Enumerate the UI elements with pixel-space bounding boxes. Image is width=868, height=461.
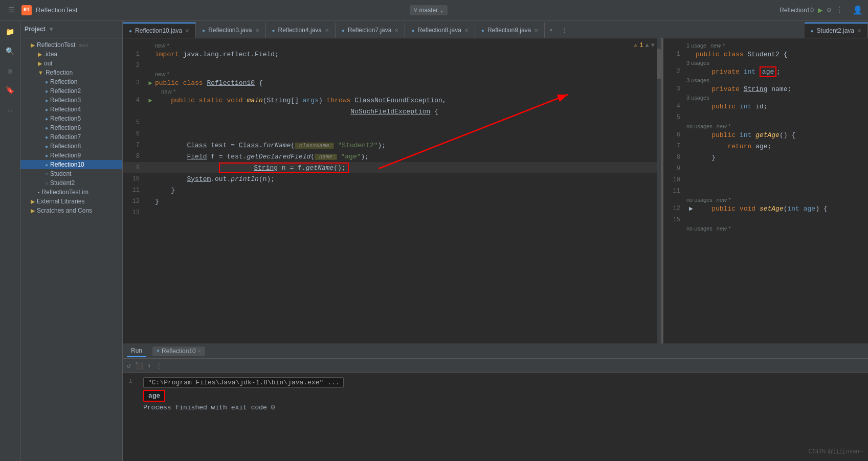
tree-reflectiontest-im[interactable]: ▪ ReflectionTest.im — [20, 188, 122, 197]
tab-student2[interactable]: ● Student2.java ✕ — [805, 22, 868, 38]
sidebar-search-icon[interactable]: 🔍 — [4, 45, 16, 57]
code-line-9: 9 String n = f.getName(); — [123, 162, 661, 173]
line-number: 6 — [123, 130, 146, 137]
run-tab[interactable]: Run — [127, 345, 146, 357]
tab-reflection9[interactable]: ● Reflection9.java ✕ — [475, 22, 545, 38]
tabs-settings-button[interactable]: ⋮ — [557, 22, 572, 38]
line-code: System.out.println(n); — [155, 175, 661, 183]
usage-text: no usages — [686, 123, 713, 129]
watermark: CSDN @汪汪miao~ — [808, 447, 863, 456]
s2-line-10: 10 — [663, 174, 868, 186]
nav-down[interactable]: ▼ — [651, 42, 655, 49]
line-code: Class test = Class.forName( className: "… — [155, 142, 661, 149]
tab-close-button[interactable]: ✕ — [534, 28, 538, 33]
project-chevron[interactable]: ▾ — [50, 26, 53, 33]
line-number: 4 — [663, 103, 686, 110]
run-arrow-icon[interactable]: ▶ — [148, 97, 152, 104]
nav-up[interactable]: ▲ — [646, 42, 649, 49]
age-highlight: age — [760, 66, 776, 77]
app-layout: ☰ RT ReflectionTest ⑂ master ▾ Reflectio… — [0, 0, 868, 461]
tab-reflection4[interactable]: ● Reflection4.java ✕ — [266, 22, 336, 38]
code-line-4b: NoSuchFieldException { — [123, 106, 661, 117]
stop-icon[interactable]: ⬛ — [135, 362, 143, 370]
profile-button[interactable]: 👤 — [853, 5, 863, 15]
tab-close-button[interactable]: ✕ — [185, 28, 189, 34]
sidebar-project-icon[interactable]: 📁 — [4, 26, 16, 38]
tree-student[interactable]: ○ Student — [20, 169, 122, 178]
folder-icon: ▶ — [31, 198, 35, 205]
tree-out-item[interactable]: ▶ out — [20, 59, 122, 68]
tree-reflection4[interactable]: ● Reflection4 — [20, 105, 122, 114]
folder-icon: ▶ — [38, 51, 42, 58]
tab-close-button[interactable]: ✕ — [325, 28, 329, 33]
line-number: 1 — [123, 51, 146, 58]
tab-reflection10[interactable]: ● Reflection10.java ✕ — [123, 22, 196, 38]
more-actions-button[interactable]: ⋮ — [835, 5, 843, 15]
tree-reflection2[interactable]: ● Reflection2 — [20, 86, 122, 96]
branch-selector[interactable]: ⑂ master ▾ — [410, 5, 447, 15]
tree-reflection6[interactable]: ● Reflection6 — [20, 123, 122, 132]
tab-label: Reflection4.java — [278, 27, 322, 34]
tab-label: Student2.java — [817, 27, 854, 34]
main-editor[interactable]: ⚠ 1 ▲ ▼ new * 1 import java.lang.reflect… — [123, 38, 661, 343]
run-arrow-icon[interactable]: ▶ — [148, 79, 152, 87]
tab-reflection7[interactable]: ● Reflection7.java ✕ — [336, 22, 405, 38]
tree-reflection8[interactable]: ● Reflection8 — [20, 142, 122, 151]
line-code: } — [155, 198, 661, 205]
tree-reflection10[interactable]: ● Reflection10 — [20, 160, 122, 169]
tab-close-button[interactable]: ✕ — [394, 28, 398, 33]
sidebar-more-icon[interactable]: … — [4, 103, 16, 116]
s2-line-9: 9 — [663, 163, 868, 174]
line-number: 5 — [663, 114, 686, 121]
tree-reflection5[interactable]: ● Reflection5 — [20, 114, 122, 123]
tabs-overflow-button[interactable]: ▾ — [545, 22, 557, 38]
s2-line-15: 15 — [663, 214, 868, 225]
hamburger-icon[interactable]: ☰ — [5, 4, 17, 16]
hint-text: new * — [710, 42, 725, 49]
tree-root-item[interactable]: ▶ ReflectionTest sour — [20, 40, 122, 50]
line-number: 10 — [123, 175, 146, 182]
sidebar-bookmark-icon[interactable]: 🔖 — [4, 84, 16, 96]
tree-student2[interactable]: ○ Student2 — [20, 178, 122, 188]
tree-reflection3[interactable]: ● Reflection3 — [20, 96, 122, 105]
tab-reflection8[interactable]: ● Reflection8.java ✕ — [405, 22, 475, 38]
tab-close-button[interactable]: ✕ — [255, 28, 259, 33]
tree-idea-item[interactable]: ▶ .idea — [20, 50, 122, 59]
more-options-icon[interactable]: ⋮ — [155, 362, 162, 370]
vertical-scrollbar[interactable] — [657, 38, 661, 343]
tab-label: Reflection8.java — [417, 27, 461, 34]
project-panel: Project ▾ ▶ ReflectionTest sour ▶ .idea … — [20, 20, 123, 461]
tab-bar: ● Reflection10.java ✕ ● Reflection3.java… — [123, 20, 868, 38]
source-tag: sour — [78, 42, 88, 48]
debug-button[interactable]: ⚙ — [827, 6, 831, 14]
line-number — [129, 390, 139, 391]
console-line-1: 1 "C:\Program Files\Java\jdk-1.8\bin\jav… — [129, 377, 862, 388]
tab-close-button[interactable]: ✕ — [857, 28, 861, 34]
hint-new-star-3b: new * — [123, 88, 661, 95]
tree-reflection-folder[interactable]: ▼ Reflection — [20, 68, 122, 77]
folder-icon: ▶ — [38, 60, 42, 67]
line-number: 2 — [123, 62, 146, 69]
tree-reflection7[interactable]: ● Reflection7 — [20, 132, 122, 142]
usage-hint-7: no usages new * — [663, 225, 868, 232]
sidebar-git-icon[interactable]: ◎ — [4, 64, 16, 77]
tab-close-button[interactable]: ✕ — [464, 28, 469, 33]
tree-reflection9[interactable]: ● Reflection9 — [20, 151, 122, 160]
tree-reflection1[interactable]: ● Reflection — [20, 77, 122, 86]
restart-icon[interactable]: ↺ — [127, 362, 131, 370]
student2-code: 1 usage new * 1 public class Student2 { … — [663, 38, 868, 236]
run-config-close[interactable]: ✕ — [198, 348, 201, 354]
tree-scratches[interactable]: ▶ Scratches and Cons — [20, 206, 122, 215]
scroll-icon[interactable]: ⬇ — [147, 362, 151, 370]
tab-label: Reflection10.java — [135, 27, 182, 34]
code-line-6: 6 — [123, 128, 661, 140]
tree-item-label: Reflection9 — [50, 152, 81, 159]
tab-reflection3[interactable]: ● Reflection3.java ✕ — [196, 22, 265, 38]
run-button[interactable]: ▶ — [818, 5, 823, 15]
tree-item-label: Reflection5 — [50, 115, 81, 122]
usage-hint-1: 1 usage new * — [663, 42, 868, 49]
line-code: NoSuchFieldException { — [155, 108, 661, 116]
scrollbar-thumb[interactable] — [657, 49, 661, 79]
tree-external-libs[interactable]: ▶ External Libraries — [20, 197, 122, 206]
tab-java-icon: ● — [811, 28, 814, 34]
